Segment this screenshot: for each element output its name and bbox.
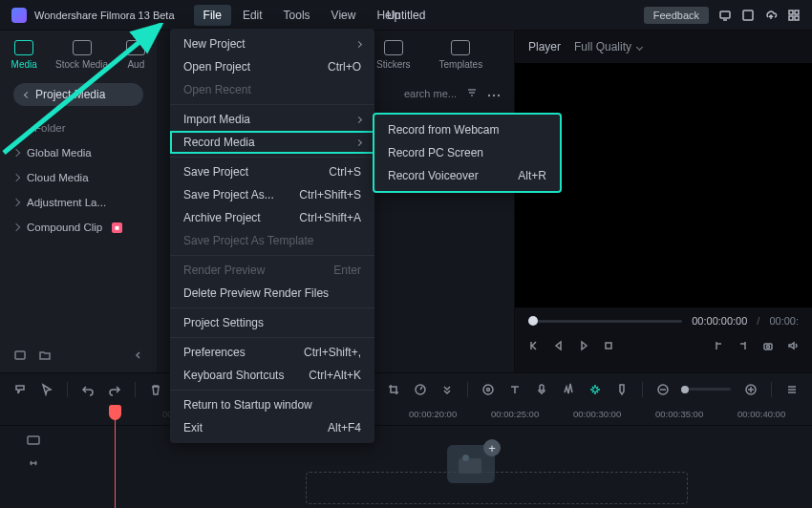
- collapse-panel-icon[interactable]: [134, 349, 143, 363]
- menu-import-media[interactable]: Import Media: [170, 108, 374, 131]
- menu-open-project[interactable]: Open ProjectCtrl+O: [170, 55, 374, 78]
- mark-in-icon[interactable]: [713, 340, 724, 351]
- svg-rect-16: [540, 385, 544, 391]
- menu-save-project-as[interactable]: Save Project As...Ctrl+Shift+S: [170, 183, 374, 206]
- time-ruler[interactable]: 00 00:00:05:00 00:00:10:00 00:00:15:00 0…: [0, 405, 812, 426]
- menu-exit[interactable]: ExitAlt+F4: [170, 416, 374, 439]
- display-icon[interactable]: [718, 9, 732, 22]
- sidebar-global-media[interactable]: Global Media: [4, 140, 153, 165]
- save-cloud-icon[interactable]: [741, 9, 755, 22]
- zoom-in-icon[interactable]: [744, 383, 758, 396]
- menu-separator: [170, 307, 374, 308]
- submenu-record-screen[interactable]: Record PC Screen: [374, 141, 560, 164]
- ruler-tick: 00:00:40:00: [737, 409, 785, 419]
- text-icon[interactable]: [508, 383, 522, 396]
- delete-icon[interactable]: [149, 383, 162, 396]
- audio-mix-icon[interactable]: [562, 383, 575, 396]
- feedback-button[interactable]: Feedback: [644, 7, 709, 24]
- submenu-record-webcam[interactable]: Record from Webcam: [374, 118, 560, 141]
- shortcut: Enter: [333, 264, 361, 277]
- zoom-slider[interactable]: [683, 388, 731, 391]
- menu-preferences[interactable]: PreferencesCtrl+Shift+,: [170, 341, 374, 364]
- tab-media[interactable]: Media: [10, 38, 39, 72]
- sidebar-compound-clip[interactable]: Compound Clip■: [4, 215, 153, 240]
- speed-icon[interactable]: [414, 383, 427, 396]
- auto-reframe-icon[interactable]: [588, 383, 602, 396]
- menu-keyboard-shortcuts[interactable]: Keyboard ShortcutsCtrl+Alt+K: [170, 364, 374, 387]
- cloud-upload-icon[interactable]: [764, 9, 778, 22]
- tab-templates[interactable]: Templates: [438, 38, 485, 72]
- menu-label: Project Settings: [183, 316, 264, 329]
- media-icon: [14, 40, 33, 55]
- apps-grid-icon[interactable]: [787, 9, 801, 22]
- quality-select[interactable]: Full Quality: [574, 40, 642, 53]
- playhead-cap-icon[interactable]: [109, 405, 121, 420]
- tab-audio-label: Aud: [127, 59, 144, 70]
- timeline: 00 00:00:05:00 00:00:10:00 00:00:15:00 0…: [0, 405, 812, 508]
- menu-tools[interactable]: Tools: [274, 5, 320, 26]
- play-backward-icon[interactable]: [553, 340, 565, 351]
- snapshot-icon[interactable]: [762, 340, 774, 351]
- menu-new-project[interactable]: New Project: [170, 32, 374, 55]
- stock-media-icon: [73, 40, 92, 55]
- more-icon[interactable]: [487, 88, 501, 99]
- tab-stock-media[interactable]: Stock Media: [53, 38, 110, 72]
- tab-stickers[interactable]: Stickers: [374, 38, 413, 72]
- sidebar-folder[interactable]: Folder: [4, 116, 153, 140]
- ruler-tick: 00:00:30:00: [573, 409, 621, 419]
- pointer-tool-icon[interactable]: [40, 383, 53, 396]
- list-view-icon[interactable]: [785, 383, 799, 396]
- scrub-track[interactable]: [528, 320, 682, 323]
- sidebar-adjustment-layer[interactable]: Adjustment La...: [4, 190, 153, 215]
- scrub-handle[interactable]: [528, 316, 538, 326]
- sidebar-project-media[interactable]: Project Media: [13, 83, 143, 106]
- sidebar: Project Media Folder Global Media Cloud …: [0, 83, 157, 240]
- zoom-handle[interactable]: [681, 386, 689, 393]
- menu-delete-render-files[interactable]: Delete Preview Render Files: [170, 282, 374, 305]
- menu-archive-project[interactable]: Archive ProjectCtrl+Shift+A: [170, 206, 374, 229]
- timeline-drop-zone[interactable]: [306, 472, 688, 504]
- menu-edit[interactable]: Edit: [233, 5, 272, 26]
- menu-view[interactable]: View: [322, 5, 366, 26]
- sidebar-cloud-media[interactable]: Cloud Media: [4, 165, 153, 190]
- menu-save-project[interactable]: Save ProjectCtrl+S: [170, 160, 374, 183]
- video-track-icon[interactable]: [26, 434, 41, 447]
- stop-icon[interactable]: [603, 340, 614, 351]
- sidebar-item-label: Adjustment La...: [27, 197, 106, 208]
- selection-tool-icon[interactable]: [13, 383, 27, 396]
- menu-label: Record Media: [183, 136, 255, 149]
- mic-icon[interactable]: [535, 383, 548, 396]
- mark-out-icon[interactable]: [737, 340, 749, 351]
- submenu-record-voiceover[interactable]: Record VoiceoverAlt+R: [374, 164, 560, 187]
- zoom-out-icon[interactable]: [656, 383, 670, 396]
- ruler-tick: 00:00:25:00: [491, 409, 539, 419]
- player-scrubber: 00:00:00:00 / 00:00:: [515, 307, 812, 334]
- undo-icon[interactable]: [81, 383, 95, 396]
- more-tools-icon[interactable]: [440, 383, 454, 396]
- prev-frame-icon[interactable]: [528, 340, 540, 351]
- link-track-icon[interactable]: [26, 456, 41, 470]
- folder-icon[interactable]: [38, 349, 52, 365]
- playhead[interactable]: [115, 405, 116, 508]
- new-bin-icon[interactable]: [13, 349, 27, 365]
- play-icon[interactable]: [578, 340, 589, 351]
- color-icon[interactable]: [481, 383, 495, 396]
- menu-file[interactable]: File: [194, 5, 231, 26]
- menu-label: Save Project As Template: [183, 234, 314, 247]
- add-media-icon[interactable]: +: [483, 439, 501, 456]
- svg-rect-6: [15, 351, 25, 359]
- search-input[interactable]: earch me...: [404, 88, 457, 99]
- redo-icon[interactable]: [108, 383, 121, 396]
- filter-icon[interactable]: [466, 87, 478, 100]
- menu-project-settings[interactable]: Project Settings: [170, 311, 374, 334]
- svg-point-14: [483, 385, 493, 394]
- menu-label: Render Preview: [183, 264, 265, 277]
- marker-icon[interactable]: [615, 383, 629, 396]
- titlebar: Wondershare Filmora 13 Beta File Edit To…: [0, 0, 812, 31]
- volume-icon[interactable]: [787, 340, 799, 351]
- menu-return-startup[interactable]: Return to Startup window: [170, 393, 374, 416]
- menu-record-media[interactable]: Record Media: [170, 131, 374, 154]
- crop-icon[interactable]: [387, 383, 400, 396]
- tab-audio[interactable]: Aud: [124, 38, 147, 72]
- menu-label: Preferences: [183, 346, 246, 359]
